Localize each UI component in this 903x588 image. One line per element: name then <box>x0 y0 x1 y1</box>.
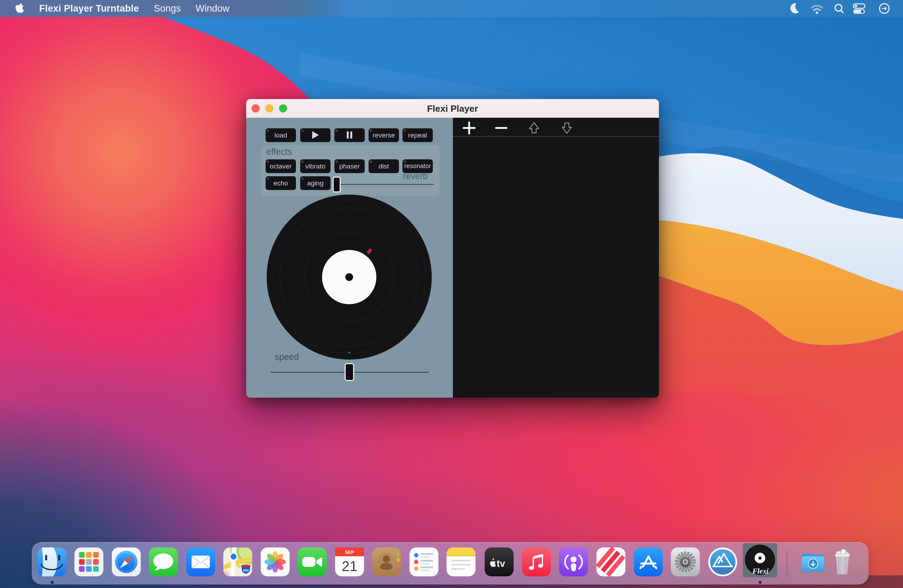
svg-text:21: 21 <box>342 558 358 574</box>
svg-text:tv: tv <box>497 558 505 569</box>
svg-text:280: 280 <box>243 568 249 572</box>
svg-text:Flexi: Flexi <box>752 567 769 575</box>
svg-text:SEP: SEP <box>345 550 354 555</box>
